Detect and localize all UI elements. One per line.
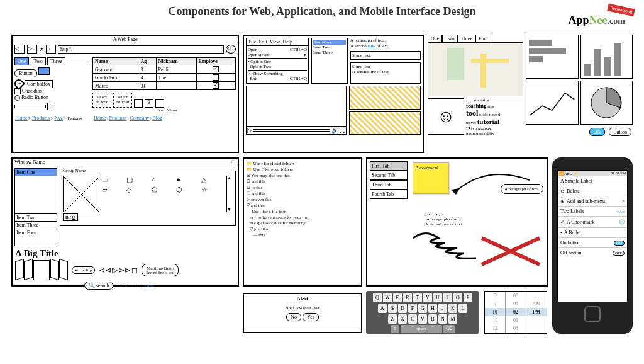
toggle[interactable]: ON bbox=[614, 241, 625, 246]
icon-placeholder[interactable]: select an icon bbox=[92, 93, 111, 108]
tab[interactable]: One bbox=[428, 35, 442, 42]
keyboard[interactable]: QWERTYUIOPASDFGHJKLZXCVBNM⇧ space ⌫ bbox=[366, 291, 479, 334]
stepper-plus[interactable] bbox=[155, 99, 164, 108]
volume-icon[interactable]: 🔊 bbox=[331, 127, 338, 134]
time-picker[interactable]: 89101112 0001020304 AMPM bbox=[484, 291, 547, 334]
list-item[interactable]: Two LabelsvAp bbox=[558, 207, 627, 217]
format-toolbar[interactable]: B I U bbox=[63, 213, 78, 221]
tree-item[interactable]: use spaces or dots for hierarchy bbox=[247, 220, 358, 226]
list-item[interactable]: On buttonON bbox=[558, 238, 627, 248]
no-button[interactable]: No bbox=[286, 313, 301, 321]
key[interactable]: T bbox=[413, 293, 422, 302]
shape-palette[interactable]: ▭▢○●△ ▱◇⬠⬡☆ bbox=[102, 176, 224, 212]
list-item[interactable]: ✓A Checkmarkⓘ bbox=[558, 217, 627, 228]
home-icon[interactable]: ⌂ bbox=[46, 45, 56, 54]
key[interactable]: C bbox=[408, 314, 417, 324]
key[interactable]: J bbox=[438, 304, 447, 313]
menu-item[interactable]: Exit CTRL+Q bbox=[248, 76, 307, 81]
list-item[interactable]: •A Bullet bbox=[558, 228, 627, 238]
side-list[interactable]: Item One Item Two Item Three Item Four bbox=[14, 168, 57, 246]
key[interactable]: Z bbox=[388, 314, 397, 324]
list-item[interactable]: ⊕Add and sub-menu> bbox=[558, 196, 627, 207]
key[interactable]: K bbox=[448, 304, 457, 313]
url-field[interactable]: http:// bbox=[58, 45, 224, 54]
key[interactable]: O bbox=[453, 293, 462, 302]
list-item[interactable]: A Simple Label bbox=[558, 176, 627, 186]
coverflow[interactable] bbox=[15, 260, 68, 280]
multiline-button[interactable]: Multiline Butto Second line of text bbox=[142, 264, 179, 276]
tree-item[interactable]: or _ to leave a space for your own bbox=[247, 215, 358, 220]
list-item[interactable]: Off buttonOFF bbox=[558, 248, 627, 258]
key[interactable]: L bbox=[458, 304, 467, 313]
tree-item[interactable]: ▽ just like bbox=[247, 227, 358, 232]
vtab[interactable]: Second Tab bbox=[370, 171, 408, 180]
stop-icon[interactable]: ◻ bbox=[131, 266, 138, 275]
key[interactable]: P bbox=[464, 293, 472, 302]
menu-item[interactable]: Open CTRL+O bbox=[248, 47, 307, 52]
search-field[interactable]: 🔍 search bbox=[84, 282, 113, 290]
toggle[interactable]: OFF bbox=[613, 251, 625, 256]
slider-track[interactable] bbox=[14, 105, 46, 108]
key[interactable]: N bbox=[438, 314, 447, 324]
tab-two[interactable]: Two bbox=[31, 57, 46, 65]
toggle-on[interactable]: ON bbox=[589, 128, 606, 136]
vtab[interactable]: Third Tab bbox=[370, 180, 408, 190]
back-icon[interactable]: ◁ bbox=[14, 45, 25, 54]
list-item[interactable]: ⊘Delete bbox=[558, 186, 627, 196]
link[interactable]: a link bbox=[144, 283, 154, 288]
button[interactable]: Button bbox=[609, 128, 631, 136]
key[interactable]: H bbox=[428, 304, 437, 313]
menu-item[interactable]: • Option One bbox=[248, 59, 307, 64]
key[interactable]: G bbox=[418, 304, 427, 313]
listbox[interactable]: Item One Item Two Item Three bbox=[311, 38, 348, 84]
vtab[interactable]: First Tab bbox=[370, 161, 408, 171]
textarea[interactable]: Some textA second line of text bbox=[350, 62, 421, 84]
menu-item[interactable]: ✓ Show Something bbox=[248, 71, 307, 76]
menu-item[interactable]: Option Two bbox=[248, 64, 307, 69]
menu-file[interactable]: File bbox=[248, 39, 256, 45]
tree-item[interactable]: — this bbox=[247, 232, 358, 238]
slider-thumb[interactable] bbox=[47, 103, 52, 110]
table-row[interactable]: Giacomo3Peldi bbox=[93, 65, 236, 74]
tree-item[interactable]: ⊞ You may also use this bbox=[247, 173, 358, 179]
progress-bar[interactable] bbox=[253, 129, 330, 132]
tree-item[interactable]: — Use - for a file icon bbox=[247, 209, 358, 215]
combobox[interactable]: ComboBox bbox=[25, 80, 53, 88]
table-row[interactable]: Guido Jack4The bbox=[93, 74, 236, 82]
sticky-note[interactable]: A comment bbox=[413, 162, 449, 194]
tab-three[interactable]: Three bbox=[47, 57, 65, 65]
play-icon[interactable]: ▷ bbox=[112, 266, 118, 275]
key[interactable]: X bbox=[398, 314, 407, 324]
key[interactable]: V bbox=[418, 314, 427, 324]
tree-item[interactable]: ▷ or even this bbox=[247, 197, 358, 203]
home-button[interactable] bbox=[584, 306, 601, 322]
key[interactable]: A bbox=[378, 304, 387, 313]
close-icon[interactable]: ✕ bbox=[39, 46, 44, 53]
stepper-minus[interactable] bbox=[134, 99, 143, 108]
tree-item[interactable]: ▽ and this bbox=[247, 203, 358, 208]
key[interactable]: E bbox=[393, 293, 402, 302]
menu-help[interactable]: Help bbox=[283, 39, 293, 45]
text-input[interactable]: Some text bbox=[350, 51, 421, 60]
key[interactable]: Y bbox=[423, 293, 432, 302]
key[interactable]: U bbox=[433, 293, 442, 302]
vtab[interactable]: Fourth Tab bbox=[370, 190, 408, 199]
menu-view[interactable]: View bbox=[270, 39, 280, 45]
reload-icon[interactable]: ↻ bbox=[226, 45, 236, 54]
close-icon[interactable]: ▢ bbox=[231, 159, 236, 165]
tree-item[interactable]: ⊡ or this bbox=[247, 185, 358, 191]
tab-one[interactable]: One bbox=[14, 57, 29, 65]
key[interactable]: W bbox=[383, 293, 392, 302]
icon-placeholder[interactable]: select an icon bbox=[113, 93, 132, 108]
next-icon[interactable]: ⊳⊳ bbox=[118, 266, 131, 275]
tree-item[interactable]: 📂 Use F for open folders bbox=[247, 167, 358, 173]
menu-item[interactable]: Open Recent ▸ bbox=[248, 52, 307, 57]
yes-button[interactable]: Yes bbox=[303, 313, 319, 321]
key[interactable]: Q bbox=[373, 293, 382, 302]
key[interactable]: M bbox=[448, 314, 457, 324]
key[interactable]: F bbox=[408, 304, 417, 313]
prev-icon[interactable]: ⊲⊲ bbox=[99, 266, 111, 275]
forward-icon[interactable]: ▷ bbox=[27, 45, 37, 54]
key[interactable]: D bbox=[398, 304, 407, 313]
table-row[interactable]: Marco31 bbox=[93, 82, 236, 90]
